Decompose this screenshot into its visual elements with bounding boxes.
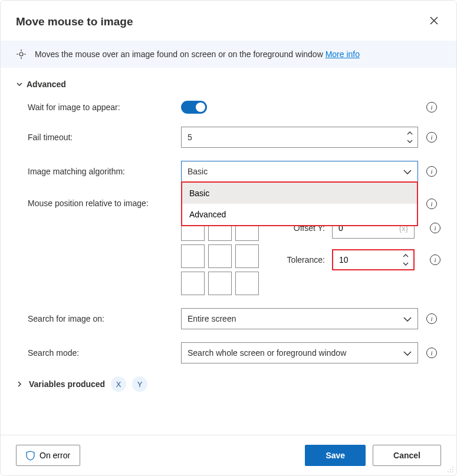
- svg-point-6: [452, 471, 453, 472]
- var-badge-y[interactable]: Y: [132, 376, 147, 392]
- banner-text-content: Moves the mouse over an image found on s…: [35, 49, 326, 59]
- advanced-label: Advanced: [27, 80, 66, 89]
- spinner[interactable]: [400, 252, 411, 268]
- spin-up[interactable]: [405, 129, 415, 137]
- chevron-down-icon: [16, 81, 23, 88]
- info-icon[interactable]: i: [426, 313, 437, 324]
- shield-icon: [26, 451, 35, 461]
- on-error-label: On error: [40, 451, 70, 460]
- resize-grip-icon[interactable]: [446, 465, 454, 473]
- variables-produced-section[interactable]: Variables produced X Y: [16, 376, 441, 392]
- search-on-select[interactable]: Entire screen: [181, 308, 418, 329]
- wait-toggle[interactable]: [181, 101, 207, 114]
- fail-timeout-value: 5: [188, 133, 192, 142]
- algorithm-select[interactable]: Basic: [181, 161, 418, 182]
- pos-cell[interactable]: [235, 272, 259, 295]
- spin-up[interactable]: [400, 252, 411, 260]
- cancel-button[interactable]: Cancel: [373, 445, 441, 466]
- search-on-label: Search for image on:: [28, 314, 181, 323]
- svg-point-3: [452, 469, 453, 470]
- search-mode-value: Search whole screen or foreground window: [188, 348, 346, 358]
- row-fail-timeout: Fail timeout: 5 i: [28, 127, 441, 148]
- info-icon[interactable]: i: [426, 132, 437, 143]
- chevron-right-icon: [16, 381, 23, 388]
- svg-point-2: [450, 469, 451, 470]
- algo-label: Image matching algorithm:: [28, 167, 181, 176]
- more-info-link[interactable]: More info: [326, 49, 360, 59]
- mouse-pos-label: Mouse position relative to image:: [28, 195, 181, 208]
- on-error-button[interactable]: On error: [16, 445, 80, 466]
- spinner[interactable]: [405, 128, 415, 146]
- info-banner: Moves the mouse over an image found on s…: [1, 41, 456, 68]
- close-icon: [429, 16, 439, 25]
- row-algorithm: Image matching algorithm: Basic Basic Ad…: [28, 161, 441, 182]
- pos-cell[interactable]: [181, 272, 205, 295]
- algorithm-dropdown: Basic Advanced: [181, 181, 418, 226]
- row-tolerance: Tolerance: 10 i: [282, 249, 440, 270]
- row-wait-for-image: Wait for image to appear: i: [28, 101, 441, 114]
- algo-option-advanced[interactable]: Advanced: [182, 204, 417, 225]
- search-on-value: Entire screen: [188, 314, 236, 323]
- spin-down[interactable]: [405, 137, 415, 146]
- dialog-footer: On error Save Cancel: [1, 435, 456, 475]
- close-button[interactable]: [427, 14, 441, 30]
- pos-cell[interactable]: [181, 244, 205, 268]
- algo-selected-value: Basic: [188, 167, 208, 176]
- vars-label: Variables produced: [29, 379, 105, 389]
- info-icon[interactable]: i: [426, 199, 437, 209]
- spin-down[interactable]: [400, 260, 411, 268]
- svg-point-4: [448, 471, 449, 472]
- search-mode-select[interactable]: Search whole screen or foreground window: [181, 342, 418, 363]
- tolerance-label: Tolerance:: [282, 255, 325, 265]
- chevron-down-icon: [403, 314, 412, 323]
- var-badge-x[interactable]: X: [111, 376, 126, 392]
- chevron-down-icon: [403, 348, 412, 358]
- dialog-body: Advanced Wait for image to appear: i Fai…: [1, 68, 456, 435]
- chevron-down-icon: [403, 167, 412, 176]
- wait-label: Wait for image to appear:: [28, 103, 181, 112]
- fail-timeout-label: Fail timeout:: [28, 133, 181, 142]
- svg-point-0: [19, 52, 23, 56]
- info-icon[interactable]: i: [426, 166, 437, 177]
- fail-timeout-input[interactable]: 5: [181, 127, 418, 148]
- info-icon[interactable]: i: [426, 102, 437, 113]
- position-grid: [181, 217, 259, 295]
- dialog: Move mouse to image Moves the mouse over…: [0, 0, 457, 476]
- info-icon[interactable]: i: [426, 348, 437, 358]
- target-icon: [16, 49, 27, 60]
- dialog-header: Move mouse to image: [1, 1, 456, 41]
- save-button[interactable]: Save: [305, 445, 366, 466]
- pos-cell[interactable]: [208, 272, 232, 295]
- info-icon[interactable]: i: [430, 223, 440, 233]
- advanced-section-header[interactable]: Advanced: [16, 80, 441, 89]
- svg-point-5: [450, 471, 451, 472]
- row-search-mode: Search mode: Search whole screen or fore…: [28, 342, 441, 363]
- tolerance-value: 10: [339, 255, 348, 265]
- pos-cell[interactable]: [235, 244, 259, 268]
- info-icon[interactable]: i: [430, 254, 440, 265]
- dialog-title: Move mouse to image: [16, 15, 133, 28]
- pos-cell[interactable]: [208, 244, 232, 268]
- row-search-on: Search for image on: Entire screen i: [28, 308, 441, 329]
- svg-point-1: [452, 467, 453, 468]
- banner-text: Moves the mouse over an image found on s…: [35, 49, 360, 59]
- algo-option-basic[interactable]: Basic: [182, 183, 417, 204]
- footer-actions: Save Cancel: [305, 445, 441, 466]
- search-mode-label: Search mode:: [28, 348, 181, 358]
- tolerance-input[interactable]: 10: [332, 249, 415, 270]
